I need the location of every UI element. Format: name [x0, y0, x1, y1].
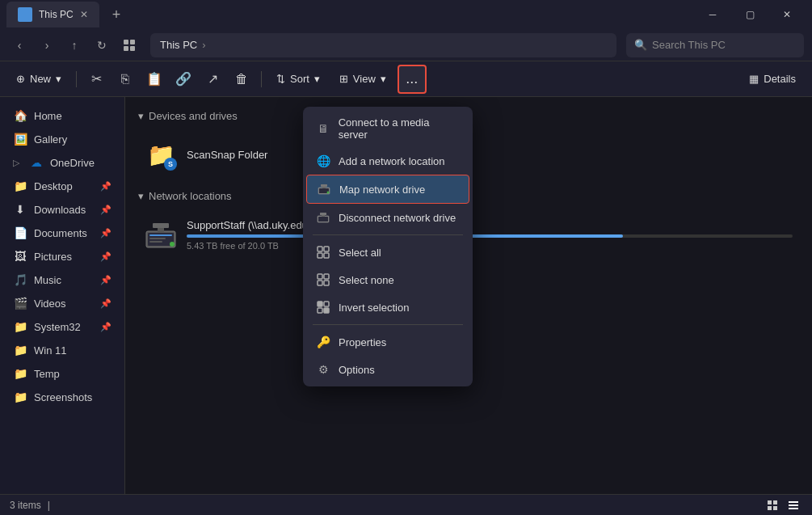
menu-invert[interactable]: Invert selection: [306, 293, 469, 321]
options-icon: ⚙: [316, 362, 330, 377]
sidebar-item-pictures[interactable]: 🖼 Pictures 📌: [3, 245, 121, 268]
view-toggle-btn[interactable]: ⊞ View ▾: [331, 66, 394, 92]
details-btn[interactable]: ▦ Details: [741, 70, 804, 88]
svg-rect-33: [318, 302, 322, 306]
menu-disconnect-drive[interactable]: Disconnect network drive: [306, 204, 469, 231]
view-label: View: [353, 73, 376, 85]
context-menu: 🖥 Connect to a media server 🌐 Add a netw…: [303, 107, 473, 386]
options-label: Options: [339, 364, 375, 376]
connect-media-label: Connect to a media server: [339, 116, 460, 141]
svg-rect-4: [124, 40, 128, 44]
sidebar-label-downloads: Downloads: [34, 204, 86, 216]
minimize-btn[interactable]: ─: [694, 0, 731, 29]
svg-rect-19: [321, 184, 327, 187]
svg-rect-34: [324, 302, 329, 306]
search-icon: 🔍: [634, 39, 647, 51]
map-drive-icon: [317, 182, 331, 196]
window-controls: ─ ▢ ✕: [694, 0, 806, 29]
pin-videos: 📌: [100, 298, 111, 309]
sidebar-label-videos: Videos: [34, 298, 66, 310]
menu-options[interactable]: ⚙ Options: [306, 356, 469, 383]
expand-icon: ▷: [13, 158, 19, 168]
svg-rect-27: [318, 253, 322, 258]
sidebar-item-win11[interactable]: 📁 Win 11: [3, 339, 121, 361]
menu-connect-media[interactable]: 🖥 Connect to a media server: [306, 110, 469, 147]
screenshots-icon: 📁: [13, 390, 27, 404]
list-view-btn[interactable]: [785, 496, 802, 514]
refresh-btn[interactable]: ↻: [90, 34, 113, 57]
menu-select-all[interactable]: Select all: [306, 239, 469, 266]
new-label: New: [30, 73, 51, 85]
search-box[interactable]: 🔍 Search This PC: [626, 33, 804, 57]
tab-close-btn[interactable]: ✕: [80, 9, 88, 20]
menu-add-network[interactable]: 🌐 Add a network location: [306, 147, 469, 175]
network-drive-size: 5.43 TB free of 20.0 TB: [187, 241, 793, 251]
svg-rect-6: [124, 46, 128, 51]
sidebar-item-videos[interactable]: 🎬 Videos 📌: [3, 292, 121, 314]
scansnap-info: ScanSnap Folder: [187, 149, 793, 161]
svg-rect-39: [768, 506, 772, 510]
new-tab-btn[interactable]: +: [106, 6, 128, 23]
sidebar-item-downloads[interactable]: ⬇ Downloads 📌: [3, 198, 121, 221]
sidebar-label-pictures: Pictures: [34, 251, 72, 263]
disconnect-label: Disconnect network drive: [339, 212, 456, 224]
view-btn[interactable]: [118, 34, 141, 57]
maximize-btn[interactable]: ▢: [731, 0, 768, 29]
menu-properties[interactable]: 🔑 Properties: [306, 328, 469, 356]
menu-separator-2: [313, 324, 463, 325]
paste-btn[interactable]: 📋: [141, 66, 167, 92]
menu-separator-1: [313, 234, 463, 235]
main-area: 🏠 Home 🖼️ Gallery ▷ ☁ OneDrive 📁 Desktop…: [0, 97, 812, 494]
sidebar-item-documents[interactable]: 📄 Documents 📌: [3, 222, 121, 244]
sidebar-item-system32[interactable]: 📁 System32 📌: [3, 315, 121, 338]
sidebar-item-music[interactable]: 🎵 Music 📌: [3, 268, 121, 291]
devices-title: Devices and drives: [149, 110, 238, 122]
scansnap-name: ScanSnap Folder: [187, 149, 793, 161]
grid-view-btn[interactable]: [764, 496, 781, 514]
delete-btn[interactable]: 🗑: [229, 66, 255, 92]
sidebar-item-onedrive[interactable]: ▷ ☁ OneDrive: [3, 151, 121, 174]
forward-btn[interactable]: ›: [36, 34, 58, 57]
address-path[interactable]: This PC ›: [150, 33, 616, 57]
sidebar-item-desktop[interactable]: 📁 Desktop 📌: [3, 175, 121, 197]
sidebar-label-desktop: Desktop: [34, 180, 73, 192]
svg-rect-3: [26, 15, 30, 19]
svg-rect-28: [324, 253, 329, 258]
sidebar-label-system32: System32: [34, 321, 81, 333]
svg-rect-1: [26, 10, 30, 14]
sort-chevron: ▾: [314, 73, 320, 85]
more-btn[interactable]: ...: [398, 65, 427, 94]
copy-path-btn[interactable]: 🔗: [170, 66, 196, 92]
svg-rect-25: [318, 247, 322, 251]
sidebar-item-screenshots[interactable]: 📁 Screenshots: [3, 386, 121, 408]
sidebar-item-gallery[interactable]: 🖼️ Gallery: [3, 128, 121, 150]
new-btn[interactable]: ⊕ New ▾: [8, 66, 69, 92]
svg-rect-24: [320, 213, 326, 215]
network-drive-name: SupportStaff (\\ad.uky.edu\AS) (U:...): [187, 219, 793, 231]
pin-desktop: 📌: [100, 181, 111, 192]
close-btn[interactable]: ✕: [768, 0, 806, 29]
svg-rect-43: [789, 508, 798, 509]
svg-rect-22: [318, 217, 328, 222]
select-all-label: Select all: [339, 247, 381, 259]
cut-btn[interactable]: ✂: [83, 66, 109, 92]
map-drive-label: Map network drive: [339, 184, 425, 196]
svg-rect-0: [20, 10, 24, 14]
copy-btn[interactable]: ⎘: [112, 66, 138, 92]
view-mode-controls: [764, 496, 802, 514]
back-btn[interactable]: ‹: [8, 34, 31, 57]
path-root: This PC: [160, 39, 197, 51]
menu-map-drive[interactable]: Map network drive: [306, 175, 469, 204]
scansnap-badge: S: [164, 158, 177, 171]
svg-rect-14: [153, 223, 169, 228]
share-btn[interactable]: ↗: [200, 66, 225, 92]
network-drive-info: SupportStaff (\\ad.uky.edu\AS) (U:...) 5…: [187, 219, 793, 251]
menu-select-none[interactable]: Select none: [306, 266, 469, 293]
sidebar-item-temp[interactable]: 📁 Temp: [3, 362, 121, 385]
sort-btn[interactable]: ⇅ Sort ▾: [268, 66, 328, 92]
svg-rect-2: [20, 15, 24, 19]
up-btn[interactable]: ↑: [63, 34, 86, 57]
sidebar-item-home[interactable]: 🏠 Home: [3, 104, 121, 127]
view-chevron: ▾: [381, 73, 386, 85]
main-tab[interactable]: This PC ✕: [6, 2, 99, 27]
